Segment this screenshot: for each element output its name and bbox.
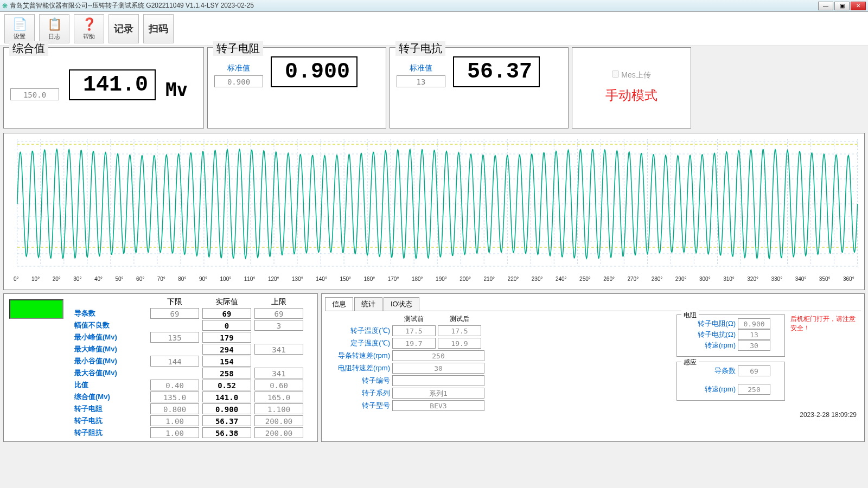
log-button[interactable]: 📋日志 [39,14,69,43]
close-button[interactable]: ✕ [851,2,866,10]
window-title: 青岛艾普智能仪器有限公司--压铸转子测试系统 G202211049 V1.1.4… [10,1,818,10]
row-label: 转子电抗 [71,416,147,426]
scan-button[interactable]: 扫码 [143,14,174,43]
timestamp: 2023-2-28 18:09:29 [325,411,861,419]
resistance-std: 0.900 [214,75,263,87]
rotor-no-val [392,375,484,386]
row-label: 最大峰值(Mv) [71,344,147,354]
app-icon: ❋ [2,2,8,10]
results-panel: 下限实际值上限导条数696969幅值不良数03最小峰值(Mv)135179最大峰… [3,293,318,442]
row-label: 最小谷值(Mv) [71,356,147,366]
results-table: 下限实际值上限导条数696969幅值不良数03最小峰值(Mv)135179最大峰… [71,297,303,438]
stator-temp-after: 19.9 [438,338,481,349]
record-button[interactable]: 记录 [108,14,139,43]
waveform-axis: 0°10°20°30°40°50°60°70°80°90°100°110°120… [4,276,864,282]
tab-stats[interactable]: 统计 [354,297,382,311]
top-panels: 综合值 150.0 141.0 Mv 转子电阻 标准值 0.900 0.900 … [0,46,868,130]
stator-temp-label: 定子温度(℃) [325,338,390,348]
minimize-button[interactable]: — [818,2,833,10]
rotor-model-label: 转子型号 [325,401,390,410]
window-controls: — ▣ ✕ [818,2,866,10]
bottom-section: 下限实际值上限导条数696969幅值不良数03最小峰值(Mv)135179最大峰… [0,293,868,445]
bar-speed-label: 导条转速差(rpm) [325,351,390,361]
reactance-std: 13 [397,75,445,87]
resistance-title: 转子电阻 [213,41,263,56]
status-light [9,299,63,319]
waveform-chart: 0°10°20°30°40°50°60°70°80°90°100°110°120… [3,133,865,290]
rotor-series-val: 系列1 [392,388,484,399]
row-label: 最大谷值(Mv) [71,368,147,378]
res-speed-label: 电阻转速差(rpm) [325,363,390,373]
resistance-std-label: 标准值 [227,63,250,73]
rotor-model-val: BEV3 [392,400,484,411]
rotor-no-label: 转子编号 [325,376,390,386]
tab-bar: 信息 统计 IO状态 [325,297,861,311]
composite-title: 综合值 [9,41,48,56]
row-label: 转子阻抗 [71,428,147,438]
log-icon: 📋 [47,17,62,31]
composite-panel: 综合值 150.0 141.0 Mv [3,47,204,129]
mode-label: 手动模式 [605,87,658,104]
row-label: 导条数 [71,309,147,318]
tab-io[interactable]: IO状态 [384,297,419,311]
resistance-panel: 转子电阻 标准值 0.900 0.900 [207,47,386,129]
maximize-button[interactable]: ▣ [834,2,850,10]
resistance-value: 0.900 [271,56,358,87]
induction-fieldset: 感应 导条数69 转速(rpm)250 [676,362,785,401]
reactance-title: 转子电抗 [395,41,445,56]
mode-panel: Mes上传 手动模式 [572,47,691,129]
warning-text: 后机柜门打开，请注意安全！ [790,314,861,411]
tab-info[interactable]: 信息 [325,297,353,311]
title-bar: ❋ 青岛艾普智能仪器有限公司--压铸转子测试系统 G202211049 V1.1… [0,0,868,12]
settings-button[interactable]: 📄设置 [4,14,35,43]
waveform-svg [4,133,864,274]
reactance-panel: 转子电抗 标准值 13 56.37 [390,47,569,129]
row-label: 幅值不良数 [71,320,147,330]
rotor-temp-label: 转子温度(℃) [325,326,390,336]
row-label: 最小峰值(Mv) [71,332,147,342]
help-button[interactable]: ❓帮助 [74,14,104,43]
rotor-temp-after: 17.5 [438,325,481,336]
composite-unit: Mv [165,79,188,100]
resistance-fieldset: 电阻 转子电阻(Ω)0.900 转子电抗(Ω)13 转速(rpm)30 [676,314,785,357]
col-after: 测试后 [438,314,481,324]
stator-temp-before: 19.7 [392,338,436,349]
rotor-series-label: 转子系列 [325,388,390,398]
composite-std: 150.0 [10,88,59,100]
help-icon: ❓ [82,17,97,31]
row-label: 综合值(Mv) [71,392,147,402]
res-speed-val: 30 [392,363,484,374]
reactance-std-label: 标准值 [410,63,432,73]
col-before: 测试前 [392,314,436,324]
info-panel: 信息 统计 IO状态 测试前测试后 转子温度(℃)17.517.5 定子温度(℃… [321,293,865,442]
bar-speed-val: 250 [392,350,484,361]
mes-checkbox[interactable]: Mes上传 [612,70,650,80]
row-label: 转子电阻 [71,404,147,414]
reactance-value: 56.37 [453,56,540,87]
settings-icon: 📄 [12,17,27,31]
composite-value: 141.0 [69,69,156,100]
row-label: 比值 [71,380,147,390]
rotor-temp-before: 17.5 [392,325,436,336]
